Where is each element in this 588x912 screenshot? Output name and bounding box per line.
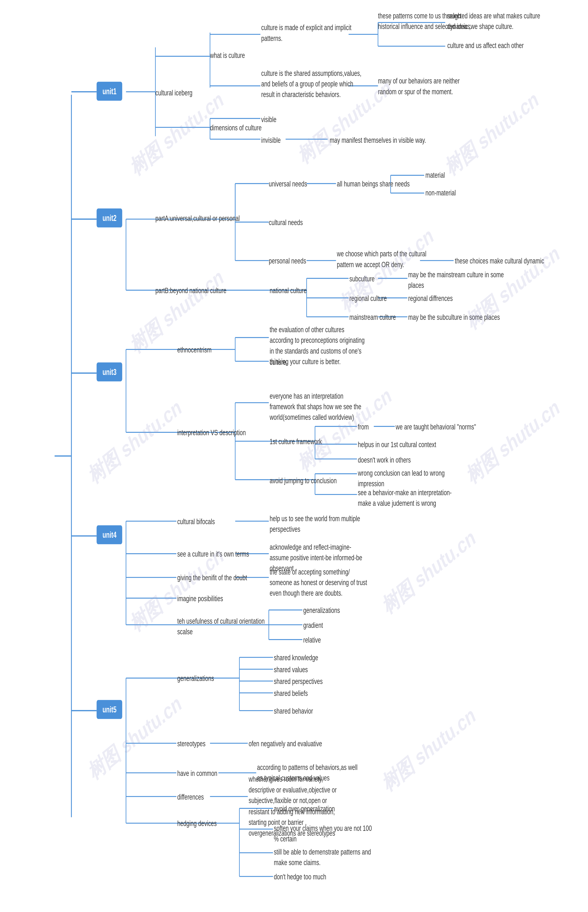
wrong-conclusion-label: wrong conclusion can lead to wrong impre… bbox=[358, 468, 445, 489]
shared-beliefs-label: shared beliefs bbox=[274, 688, 308, 699]
soften-label: soften your claims when you are not 100 … bbox=[274, 823, 372, 845]
mindmap-container: 国际英语交流 unit1 cultural iceberg what is cu… bbox=[0, 0, 588, 912]
cultural-iceberg-label: cultural iceberg bbox=[155, 87, 192, 99]
material-label: material bbox=[425, 170, 445, 181]
universal-needs-label: universal needs bbox=[269, 179, 307, 190]
often-neg-label: ofen negatively and evaluative bbox=[249, 739, 322, 749]
doesnt-work-label: doesn't work in others bbox=[358, 455, 411, 465]
everyone-label: everyone has an interpretation framework… bbox=[270, 391, 361, 423]
regional-diff-label: regional diffrences bbox=[408, 293, 453, 304]
behaviors-label: many of our behaviors are neither random… bbox=[378, 76, 460, 97]
these-choices-label: these choices make cultural dynamic bbox=[455, 256, 544, 267]
partB-label: partB:beyond national culture bbox=[155, 285, 226, 296]
watermark1: 树图 shutu.cn bbox=[128, 84, 227, 183]
helpus-label: helpus in our 1st cultural context bbox=[358, 439, 436, 450]
shared-perspectives-label: shared perspectives bbox=[274, 676, 323, 687]
hedging-devices-label: hedging devices bbox=[177, 818, 217, 829]
regional-culture-label: regional culture bbox=[349, 293, 387, 304]
culture-shared-label: culture is the shared assumptions,values… bbox=[261, 68, 361, 100]
dont-hedge-label: don't hedge too much bbox=[274, 872, 326, 883]
unit4-generalizations-label: generalizations bbox=[303, 605, 340, 616]
mainstream-culture-label: mainstream culture bbox=[349, 312, 396, 323]
personal-needs-label: personal needs bbox=[269, 256, 306, 267]
gradient-label: gradient bbox=[303, 620, 323, 631]
first-culture-label: 1st culture framework bbox=[270, 436, 322, 447]
manifest-label: may manifest themselves in visible way. bbox=[330, 135, 426, 146]
imagine-label: imagine posibilities bbox=[177, 593, 223, 604]
all-human-label: all human beings share needs bbox=[337, 179, 410, 190]
unit5-generalizations-label: generalizations bbox=[177, 673, 214, 684]
ethnocentrism-label: ethnocentrism bbox=[177, 345, 212, 355]
cultural-needs-label: cultural needs bbox=[269, 217, 303, 228]
may-subculture-label: may be the subculture in some places bbox=[408, 312, 500, 323]
we-choose-label: we choose which parts of the cultural pa… bbox=[337, 249, 426, 271]
watermark11: 树图 shutu.cn bbox=[380, 523, 479, 621]
may-mainstream-label: may be the mainstream culture in some pl… bbox=[408, 269, 504, 291]
watermark9: 树图 shutu.cn bbox=[464, 392, 563, 491]
unit5-box: unit5 bbox=[97, 700, 123, 719]
cultural-bifocals-label: cultural bifocals bbox=[177, 516, 215, 527]
relative-label: relative bbox=[303, 635, 321, 646]
non-material-label: non-material bbox=[425, 188, 456, 199]
see-behavior-label: see a behavior-make an interpretation- m… bbox=[358, 488, 452, 509]
differences-label: differences bbox=[177, 792, 204, 803]
national-culture-label: national culture bbox=[270, 285, 307, 296]
taught-label: we are taught behavioral "norms" bbox=[396, 422, 476, 433]
usefulness-label: teh usefulness of cultural orientation s… bbox=[177, 616, 265, 638]
culture-affect-label: culture and us affect each other bbox=[447, 40, 524, 51]
giving-benefit-label: giving the benifit of the doubt bbox=[177, 573, 247, 583]
partA-label: partA:universal,cultural or personal bbox=[155, 213, 240, 224]
watermark7: 树图 shutu.cn bbox=[86, 392, 185, 491]
shared-knowledge-label: shared knowledge bbox=[274, 653, 318, 664]
watermark13: 树图 shutu.cn bbox=[380, 700, 479, 799]
unit1-box: unit1 bbox=[97, 82, 123, 100]
avoid-jumping-label: avoid jumping to conclusion bbox=[270, 476, 337, 486]
avoid-over-label: avoid over-generalization bbox=[274, 804, 335, 815]
help-us-label: help us to see the world from multiple p… bbox=[270, 514, 360, 535]
still-able-label: still be able to demenstrate patterns an… bbox=[274, 847, 371, 868]
shared-behavior-label: shared behavior bbox=[274, 706, 313, 717]
invisible-label: invisible bbox=[261, 135, 281, 146]
unit4-box: unit4 bbox=[97, 525, 123, 544]
from-label: from bbox=[358, 422, 369, 433]
thinking-label: thinking your culture is better. bbox=[270, 356, 341, 368]
interp-vs-desc-label: interpretation VS description bbox=[177, 428, 246, 438]
subculture-label: subculture bbox=[349, 274, 375, 284]
shared-values-label: shared values bbox=[274, 664, 308, 675]
see-culture-label: see a culture in it's own terms bbox=[177, 549, 249, 560]
state-label: the state of accepting something/ someon… bbox=[270, 567, 367, 599]
have-in-common-label: have in common bbox=[177, 768, 217, 779]
stereotypes-label: stereotypes bbox=[177, 739, 205, 749]
selected-ideas-label: selected ideas are what makes culture dy… bbox=[447, 11, 540, 32]
watermark3: 树图 shutu.cn bbox=[443, 84, 542, 183]
unit3-box: unit3 bbox=[97, 362, 123, 381]
visible-label: visible bbox=[261, 114, 276, 125]
culture-made-label: culture is made of explicit and implicit… bbox=[261, 23, 351, 44]
dimensions-label: dimensions of culture bbox=[210, 123, 262, 133]
unit2-box: unit2 bbox=[97, 209, 123, 227]
what-is-culture-label: what is culture bbox=[210, 50, 245, 61]
